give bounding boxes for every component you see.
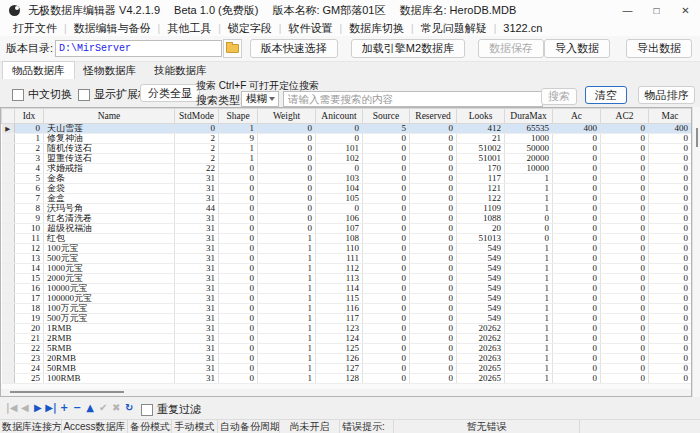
grid-cell[interactable]: 0 (649, 284, 692, 294)
grid-cell[interactable]: 0 (410, 314, 457, 324)
grid-cell[interactable]: 25 (15, 374, 44, 384)
grid-cell[interactable]: 125 (316, 344, 363, 354)
grid-cell[interactable]: 6 (15, 184, 44, 194)
table-row[interactable]: 13500元宝3101111005491000 (2, 254, 693, 264)
grid-cell[interactable]: 金条 (44, 174, 175, 184)
grid-cell[interactable]: 65535 (505, 124, 553, 134)
grid-cell[interactable]: 0 (553, 294, 601, 304)
column-header[interactable]: Mac (649, 109, 692, 124)
grid-cell[interactable]: 0 (649, 204, 692, 214)
grid-cell[interactable]: 0 (316, 134, 363, 144)
grid-cell[interactable]: 0 (505, 224, 553, 234)
grid-cell[interactable]: 0 (219, 234, 258, 244)
nav-first-button[interactable]: |◀ (5, 400, 18, 415)
tab-1[interactable]: 怪物数据库 (75, 62, 146, 79)
grid-cell[interactable]: 20000 (505, 154, 553, 164)
grid-cell[interactable]: 18 (15, 304, 44, 314)
grid-cell[interactable]: 105 (316, 194, 363, 204)
grid-cell[interactable]: 0 (363, 254, 410, 264)
grid-cell[interactable]: 0 (219, 184, 258, 194)
grid-cell[interactable]: 1000元宝 (44, 264, 175, 274)
grid-cell[interactable]: 1 (505, 184, 553, 194)
grid-cell[interactable]: 0 (553, 344, 601, 354)
import-data-button[interactable]: 导入数据 (544, 39, 610, 58)
grid-cell[interactable]: 天山雪莲 (44, 124, 175, 134)
grid-cell[interactable]: 0 (649, 304, 692, 314)
grid-cell[interactable]: 0 (316, 204, 363, 214)
grid-cell[interactable]: 50RMB (44, 364, 175, 374)
grid-cell[interactable]: 0 (363, 364, 410, 374)
nav-edit-button[interactable]: ▲ (84, 400, 97, 415)
table-row[interactable]: 19500万元宝3101117005491000 (2, 314, 693, 324)
tab-2[interactable]: 技能数据库 (145, 62, 216, 79)
grid-cell[interactable]: 0 (601, 194, 649, 204)
grid-cell[interactable]: 1 (258, 324, 316, 334)
version-dir-input[interactable] (55, 40, 222, 57)
grid-cell[interactable]: 0 (258, 194, 316, 204)
table-row[interactable]: 6金袋3100104001211000 (2, 184, 693, 194)
grid-cell[interactable]: 0 (601, 304, 649, 314)
grid-cell[interactable]: 0 (649, 314, 692, 324)
grid-cell[interactable]: 113 (316, 274, 363, 284)
grid-cell[interactable]: 20263 (457, 344, 505, 354)
grid-cell[interactable]: 0 (410, 354, 457, 364)
grid-cell[interactable]: 0 (649, 234, 692, 244)
grid-cell[interactable]: 0 (601, 354, 649, 364)
grid-cell[interactable]: 128 (316, 374, 363, 384)
maximize-button[interactable]: □ (642, 0, 671, 20)
table-row[interactable]: 8沃玛号角440000011091000 (2, 204, 693, 214)
grid-cell[interactable]: 0 (553, 264, 601, 274)
grid-cell[interactable]: 0 (410, 324, 457, 334)
grid-cell[interactable]: 修复神油 (44, 134, 175, 144)
table-row[interactable]: 1610000元宝3101114005491000 (2, 284, 693, 294)
grid-cell[interactable]: 0 (410, 344, 457, 354)
load-m2-database-button[interactable]: 加载引擎M2数据库 (351, 39, 465, 58)
column-header[interactable]: StdMode (175, 109, 219, 124)
grid-cell[interactable]: 0 (649, 194, 692, 204)
grid-cell[interactable]: 0 (649, 254, 692, 264)
grid-cell[interactable]: 110 (316, 244, 363, 254)
grid-cell[interactable]: 31 (175, 344, 219, 354)
grid-cell[interactable]: 0 (553, 334, 601, 344)
grid-cell[interactable]: 1 (505, 374, 553, 384)
grid-cell[interactable]: 0 (649, 224, 692, 234)
grid-cell[interactable]: 0 (363, 334, 410, 344)
grid-cell[interactable]: 0 (363, 174, 410, 184)
grid-cell[interactable]: 102 (316, 154, 363, 164)
grid-cell[interactable]: 0 (363, 184, 410, 194)
grid-cell[interactable]: 0 (219, 174, 258, 184)
table-row[interactable]: 2320RMB310112600202631000 (2, 354, 693, 364)
grid-cell[interactable]: 0 (649, 374, 692, 384)
table-row[interactable]: 11红包310110800510130000 (2, 234, 693, 244)
grid-cell[interactable]: 9 (219, 134, 258, 144)
grid-cell[interactable]: 1 (258, 334, 316, 344)
grid-cell[interactable]: 0 (363, 284, 410, 294)
grid-cell[interactable]: 51013 (457, 234, 505, 244)
grid-cell[interactable]: 1 (505, 344, 553, 354)
menu-item-2[interactable]: 其他工具 (160, 21, 218, 36)
column-header[interactable]: Weight (258, 109, 316, 124)
grid-cell[interactable]: 1 (505, 354, 553, 364)
grid-cell[interactable]: 0 (553, 144, 601, 154)
grid-cell[interactable]: 0 (363, 154, 410, 164)
minimize-button[interactable]: — (613, 0, 642, 20)
grid-cell[interactable]: 31 (175, 334, 219, 344)
grid-cell[interactable]: 0 (601, 224, 649, 234)
grid-cell[interactable]: 0 (219, 344, 258, 354)
grid-cell[interactable]: 金袋 (44, 184, 175, 194)
grid-cell[interactable]: 549 (457, 264, 505, 274)
grid-cell[interactable]: 0 (505, 214, 553, 224)
grid-cell[interactable]: 0 (649, 214, 692, 224)
search-type-select[interactable]: 模糊 (241, 91, 279, 107)
grid-cell[interactable]: 13 (15, 254, 44, 264)
grid-cell[interactable]: 117 (457, 174, 505, 184)
nav-delete-button[interactable]: − (71, 400, 84, 415)
grid-cell[interactable]: 122 (457, 194, 505, 204)
grid-cell[interactable]: 0 (363, 264, 410, 274)
grid-cell[interactable]: 0 (601, 324, 649, 334)
grid-cell[interactable]: 0 (601, 254, 649, 264)
grid-cell[interactable]: 31 (175, 174, 219, 184)
grid-cell[interactable]: 0 (553, 304, 601, 314)
table-row[interactable]: 18100万元宝3101116005491000 (2, 304, 693, 314)
grid-cell[interactable]: 1 (258, 284, 316, 294)
